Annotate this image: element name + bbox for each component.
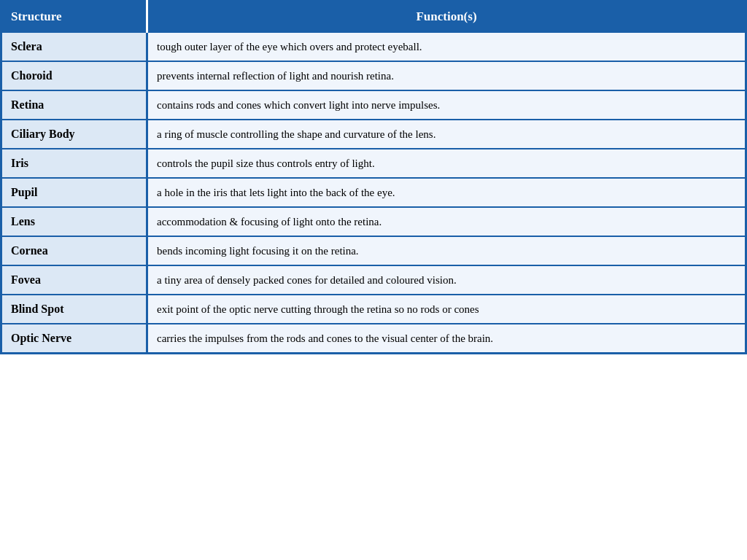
table-row: Choroidprevents internal reflection of l…: [1, 61, 746, 90]
structure-cell: Blind Spot: [1, 295, 147, 324]
table-row: Corneabends incoming light focusing it o…: [1, 236, 746, 265]
function-cell: a tiny area of densely packed cones for …: [147, 265, 746, 295]
function-cell: a ring of muscle controlling the shape a…: [147, 120, 746, 149]
structure-cell: Ciliary Body: [1, 120, 147, 149]
table-row: Iriscontrols the pupil size thus control…: [1, 149, 746, 178]
table-row: Pupila hole in the iris that lets light …: [1, 178, 746, 207]
function-cell: exit point of the optic nerve cutting th…: [147, 295, 746, 324]
table-row: Blind Spotexit point of the optic nerve …: [1, 295, 746, 324]
function-cell: carries the impulses from the rods and c…: [147, 324, 746, 354]
structure-cell: Cornea: [1, 236, 147, 265]
structure-cell: Pupil: [1, 178, 147, 207]
table-row: Ciliary Bodya ring of muscle controlling…: [1, 120, 746, 149]
function-cell: a hole in the iris that lets light into …: [147, 178, 746, 207]
table-row: Optic Nervecarries the impulses from the…: [1, 324, 746, 354]
header-structure: Structure: [1, 1, 147, 33]
structure-cell: Sclera: [1, 32, 147, 61]
table-row: Retinacontains rods and cones which conv…: [1, 90, 746, 120]
structure-cell: Lens: [1, 207, 147, 236]
structure-cell: Iris: [1, 149, 147, 178]
function-cell: tough outer layer of the eye which overs…: [147, 32, 746, 61]
structure-cell: Choroid: [1, 61, 147, 90]
header-function: Function(s): [147, 1, 746, 33]
structure-cell: Fovea: [1, 265, 147, 295]
structure-cell: Retina: [1, 90, 147, 120]
function-cell: bends incoming light focusing it on the …: [147, 236, 746, 265]
function-cell: accommodation & focusing of light onto t…: [147, 207, 746, 236]
eye-structure-table: Structure Function(s) Scleratough outer …: [0, 0, 747, 354]
table-row: Lensaccommodation & focusing of light on…: [1, 207, 746, 236]
structure-cell: Optic Nerve: [1, 324, 147, 354]
table-row: Scleratough outer layer of the eye which…: [1, 32, 746, 61]
function-cell: controls the pupil size thus controls en…: [147, 149, 746, 178]
function-cell: prevents internal reflection of light an…: [147, 61, 746, 90]
function-cell: contains rods and cones which convert li…: [147, 90, 746, 120]
table-row: Foveaa tiny area of densely packed cones…: [1, 265, 746, 295]
